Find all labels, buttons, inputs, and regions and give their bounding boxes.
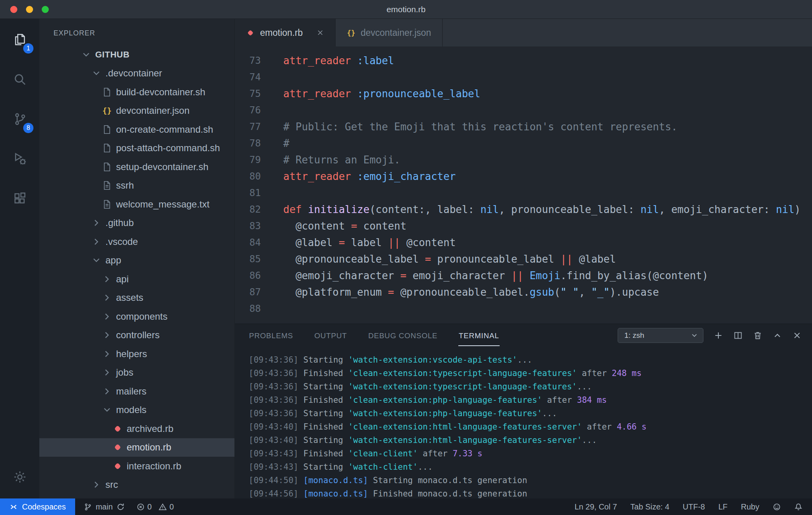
activity-search-button[interactable] bbox=[0, 59, 39, 99]
code-line-75: 75attr_reader :pronounceable_label bbox=[235, 85, 812, 102]
settings-button[interactable] bbox=[0, 457, 39, 497]
tree-item-github[interactable]: .github bbox=[39, 214, 234, 233]
tree-item-devcontainer[interactable]: .devcontainer bbox=[39, 64, 234, 83]
line-number: 83 bbox=[235, 218, 261, 234]
tree-item-mailers[interactable]: mailers bbox=[39, 382, 234, 401]
terminal-line-11: [09:44:56] [monaco.d.ts] Finished monaco… bbox=[249, 487, 812, 498]
tree-item-build-devcontainer-sh[interactable]: build-devcontainer.sh bbox=[39, 83, 234, 102]
maximize-panel-button[interactable] bbox=[773, 331, 782, 340]
tree-item-ssrh[interactable]: ssrh bbox=[39, 176, 234, 195]
branch-indicator[interactable]: main bbox=[84, 502, 124, 511]
tree-item-label: .devcontainer bbox=[105, 68, 162, 79]
tree-root-github[interactable]: GITHUB bbox=[39, 45, 234, 64]
tree-item-components[interactable]: components bbox=[39, 307, 234, 326]
chevron-right-icon bbox=[91, 218, 102, 228]
terminal-line-8: [09:43:43] Finished 'clean-client' after… bbox=[249, 447, 812, 460]
line-number: 85 bbox=[235, 251, 261, 267]
codespaces-remote-button[interactable]: Codespaces bbox=[0, 498, 75, 515]
panel-tab-debug-console[interactable]: DEBUG CONSOLE bbox=[368, 325, 438, 346]
indentation-setting[interactable]: Tab Size: 4 bbox=[630, 502, 669, 511]
notifications-button[interactable] bbox=[794, 503, 803, 511]
tree-item-devcontainer-json[interactable]: {}devcontainer.json bbox=[39, 102, 234, 120]
panel-tab-problems[interactable]: PROBLEMS bbox=[249, 325, 293, 346]
line-number: 84 bbox=[235, 234, 261, 251]
git-branch-icon bbox=[84, 503, 92, 511]
file-file-icon bbox=[102, 162, 112, 172]
tree-item-controllers[interactable]: controllers bbox=[39, 326, 234, 345]
feedback-button[interactable] bbox=[773, 503, 781, 511]
activity-run-debug-button[interactable] bbox=[0, 139, 39, 179]
tree-item-emotion-rb[interactable]: emotion.rb bbox=[39, 438, 234, 457]
activity-source-control-button[interactable]: 8 bbox=[0, 99, 39, 139]
terminal-line-10: [09:44:50] [monaco.d.ts] Starting monaco… bbox=[249, 474, 812, 487]
terminal-line-9: [09:43:43] Starting 'watch-client'... bbox=[249, 460, 812, 474]
vscode-window: { "window": { "title": "emotion.rb" }, "… bbox=[0, 0, 812, 515]
new-terminal-button[interactable] bbox=[714, 331, 723, 340]
kill-terminal-button[interactable] bbox=[753, 331, 762, 340]
cursor-position[interactable]: Ln 29, Col 7 bbox=[574, 502, 617, 511]
tree-item-assets[interactable]: assets bbox=[39, 289, 234, 308]
tab-devcontainer-json[interactable]: {}devcontainer.json bbox=[336, 19, 443, 46]
tree-item-on-create-command-sh[interactable]: on-create-command.sh bbox=[39, 120, 234, 139]
split-terminal-button[interactable] bbox=[733, 331, 743, 340]
tree-item-welcome-message-txt[interactable]: welcome_message.txt bbox=[39, 195, 234, 214]
terminal-shell-select[interactable]: 1: zsh bbox=[618, 328, 703, 343]
activity-explorer-button[interactable]: 1 bbox=[0, 20, 39, 59]
tree-item-archived-rb[interactable]: archived.rb bbox=[39, 419, 234, 438]
tree-item-interaction-rb[interactable]: interaction.rb bbox=[39, 457, 234, 476]
smiley-icon bbox=[773, 503, 781, 511]
close-panel-button[interactable] bbox=[792, 331, 802, 340]
activity-bar: 18 bbox=[0, 19, 39, 498]
encoding-setting[interactable]: UTF-8 bbox=[683, 502, 705, 511]
line-number: 82 bbox=[235, 201, 261, 218]
tree-item-vscode[interactable]: .vscode bbox=[39, 232, 234, 251]
panel-tab-terminal[interactable]: TERMINAL bbox=[458, 325, 499, 346]
minimize-window-button[interactable] bbox=[26, 6, 33, 13]
tree-item-src[interactable]: src bbox=[39, 476, 234, 495]
code-lines: 73attr_reader :label7475attr_reader :pro… bbox=[235, 52, 812, 317]
problems-indicator[interactable]: 0 0 bbox=[137, 502, 178, 511]
close-icon[interactable] bbox=[316, 29, 324, 37]
tree-item-label: post-attach-command.sh bbox=[116, 143, 220, 154]
tree-item-post-attach-command-sh[interactable]: post-attach-command.sh bbox=[39, 139, 234, 158]
chevron-down-icon bbox=[81, 50, 91, 60]
tree-item-jobs[interactable]: jobs bbox=[39, 363, 234, 382]
tree-item-label: .github bbox=[105, 217, 134, 228]
shell-select-value: 1: zsh bbox=[624, 331, 644, 340]
file-file-icon bbox=[102, 143, 112, 153]
activity-extensions-button[interactable] bbox=[0, 179, 39, 219]
code-line-80: 80attr_reader :emoji_character bbox=[235, 168, 812, 185]
language-mode[interactable]: Ruby bbox=[741, 502, 759, 511]
terminal-output[interactable]: [09:43:36] Starting 'watch-extension:vsc… bbox=[235, 347, 812, 498]
terminal-line-5: [09:43:36] Starting 'watch-extension:php… bbox=[249, 407, 812, 420]
tab-label: emotion.rb bbox=[260, 28, 303, 38]
tree-item-label: controllers bbox=[116, 330, 160, 341]
status-bar: Codespaces main 0 0 Ln 29, Col 7 Tab Siz… bbox=[0, 498, 812, 515]
text-file-icon bbox=[102, 180, 112, 191]
sidebar-title: EXPLORER bbox=[39, 19, 234, 45]
tree-item-models[interactable]: models bbox=[39, 401, 234, 420]
line-number: 78 bbox=[235, 135, 261, 152]
tree-item-app[interactable]: app bbox=[39, 251, 234, 270]
code-line-79: 79# Returns an Emoji. bbox=[235, 152, 812, 168]
panel-tab-output[interactable]: OUTPUT bbox=[314, 325, 347, 346]
tree-item-setup-devcontainer-sh[interactable]: setup-devcontainer.sh bbox=[39, 157, 234, 176]
line-number: 80 bbox=[235, 168, 261, 185]
zoom-window-button[interactable] bbox=[42, 6, 49, 13]
tree-item-helpers[interactable]: helpers bbox=[39, 345, 234, 363]
line-number: 75 bbox=[235, 85, 261, 102]
panel-header: PROBLEMSOUTPUTDEBUG CONSOLETERMINAL 1: z… bbox=[235, 324, 812, 347]
tree-item-label: src bbox=[105, 479, 118, 490]
tree-item-api[interactable]: api bbox=[39, 270, 234, 289]
code-line-73: 73attr_reader :label bbox=[235, 52, 812, 69]
tab-emotion-rb[interactable]: emotion.rb bbox=[235, 19, 336, 46]
code-editor[interactable]: 73attr_reader :label7475attr_reader :pro… bbox=[235, 46, 812, 324]
tree-item-label: build-devcontainer.sh bbox=[116, 87, 205, 98]
chevron-down-icon bbox=[91, 255, 102, 265]
eol-setting[interactable]: LF bbox=[718, 502, 727, 511]
gear-icon bbox=[13, 470, 27, 484]
tree-item-label: .vscode bbox=[105, 236, 138, 247]
close-window-button[interactable] bbox=[10, 6, 17, 13]
text-file-icon bbox=[102, 199, 112, 209]
explorer-badge: 1 bbox=[23, 43, 33, 54]
